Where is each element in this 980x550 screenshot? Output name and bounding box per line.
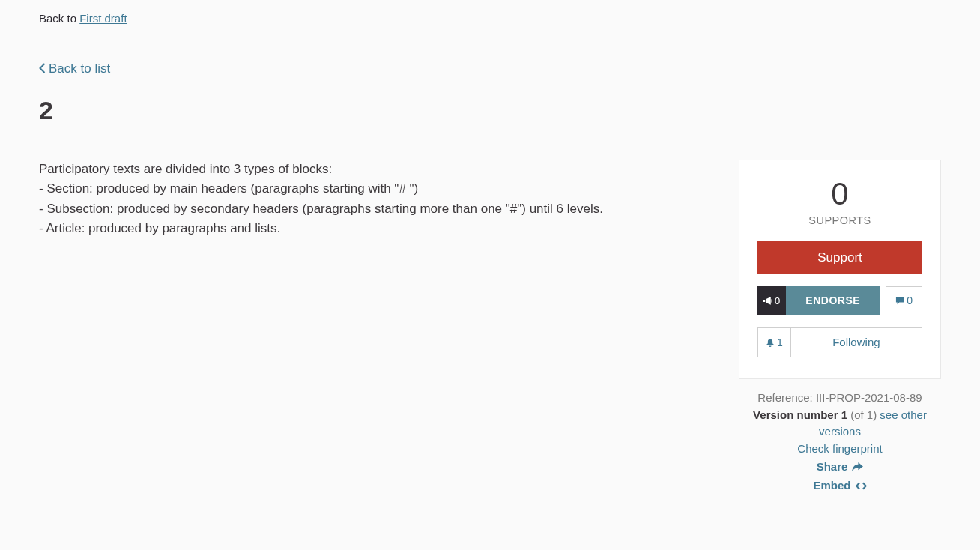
article-body: Participatory texts are divided into 3 t… [39, 160, 694, 238]
reference-value: III-PROP-2021-08-89 [816, 391, 922, 404]
page-title: 2 [39, 91, 941, 130]
body-line: - Subsection: produced by secondary head… [39, 199, 694, 219]
comments-button[interactable]: 0 [886, 286, 922, 315]
chevron-left-icon [39, 63, 46, 73]
bell-icon [766, 339, 775, 347]
code-icon [856, 481, 867, 491]
megaphone-icon [763, 297, 772, 305]
follow-compound: 1 Following [757, 327, 922, 358]
body-line: Participatory texts are divided into 3 t… [39, 160, 694, 179]
version-of: (of 1) [847, 408, 880, 421]
endorse-count: 0 [757, 286, 786, 315]
supports-label: SUPPORTS [757, 213, 922, 229]
body-line: - Article: produced by paragraphs and li… [39, 219, 694, 238]
breadcrumb-prefix: Back to [39, 12, 79, 25]
supports-count: 0 [757, 178, 922, 210]
reference-label: Reference: [757, 391, 816, 404]
comment-icon [895, 297, 904, 305]
back-to-list-label: Back to list [49, 59, 110, 79]
endorse-compound: 0 ENDORSE [757, 286, 880, 315]
meta-block: Reference: III-PROP-2021-08-89 Version n… [739, 390, 941, 494]
comments-count: 0 [907, 294, 913, 306]
share-icon [852, 462, 863, 472]
body-line: - Section: produced by main headers (par… [39, 179, 694, 199]
back-to-list-link[interactable]: Back to list [39, 59, 110, 79]
endorse-button[interactable]: ENDORSE [786, 286, 880, 315]
breadcrumb-link[interactable]: First draft [79, 12, 127, 25]
breadcrumb: Back to First draft [39, 10, 941, 28]
embed-button[interactable]: Embed [813, 477, 866, 495]
following-button[interactable]: Following [791, 328, 922, 357]
check-fingerprint-link[interactable]: Check fingerprint [797, 442, 882, 455]
version-label: Version number 1 [753, 408, 847, 421]
followers-count: 1 [758, 328, 791, 357]
share-button[interactable]: Share [817, 459, 864, 476]
support-card: 0 SUPPORTS Support 0 ENDORSE 0 [739, 160, 941, 379]
support-button[interactable]: Support [757, 241, 922, 274]
